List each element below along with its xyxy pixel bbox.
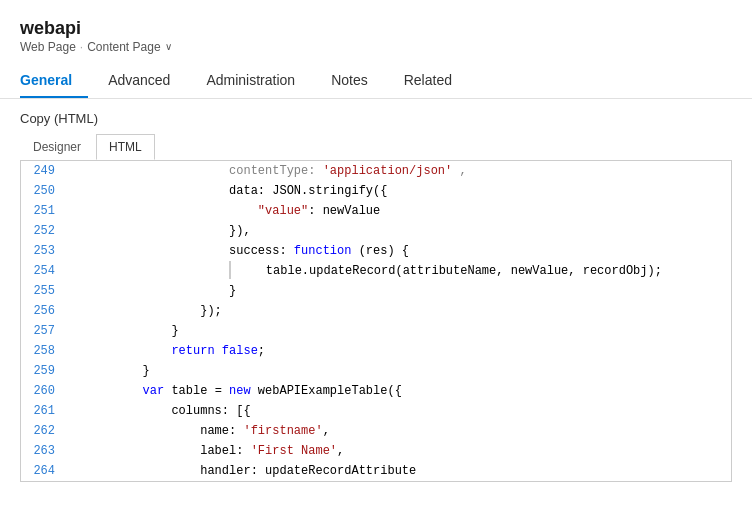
line-number: 251	[21, 201, 65, 221]
line-content: }),	[77, 221, 251, 241]
page-title: webapi	[20, 18, 732, 40]
line-content: data: JSON.stringify({	[77, 181, 387, 201]
code-tabs: Designer HTML	[20, 134, 732, 161]
code-line-252: 252 }),	[21, 221, 731, 241]
line-content: }	[77, 361, 150, 381]
code-line-260: 260 var table = new webAPIExampleTable({	[21, 381, 731, 401]
line-number: 262	[21, 421, 65, 441]
section-title: Copy (HTML)	[20, 111, 732, 126]
line-number: 255	[21, 281, 65, 301]
subtitle-page: Content Page	[87, 40, 160, 54]
tab-administration[interactable]: Administration	[190, 64, 311, 98]
line-content: return false;	[77, 341, 265, 361]
line-number: 261	[21, 401, 65, 421]
line-number: 256	[21, 301, 65, 321]
line-content: }	[77, 281, 236, 301]
line-content: columns: [{	[77, 401, 251, 421]
line-number: 264	[21, 461, 65, 481]
code-line-254: 254 table.updateRecord(attributeName, ne…	[21, 261, 731, 281]
code-line-258: 258 return false;	[21, 341, 731, 361]
page-subtitle: Web Page · Content Page ∨	[20, 40, 732, 54]
code-line-253: 253 success: function (res) {	[21, 241, 731, 261]
line-number: 249	[21, 161, 65, 181]
line-content: success: function (res) {	[77, 241, 409, 261]
line-number: 258	[21, 341, 65, 361]
code-tab-designer[interactable]: Designer	[20, 134, 94, 160]
line-content: "value": newValue	[77, 201, 380, 221]
line-number: 252	[21, 221, 65, 241]
line-number: 257	[21, 321, 65, 341]
line-content: var table = new webAPIExampleTable({	[77, 381, 402, 401]
code-editor: 249 contentType: 'application/json' , 25…	[20, 161, 732, 482]
code-line-251: 251 "value": newValue	[21, 201, 731, 221]
line-content: }	[77, 321, 179, 341]
code-line-262: 262 name: 'firstname',	[21, 421, 731, 441]
code-line-264: 264 handler: updateRecordAttribute	[21, 461, 731, 481]
line-number: 253	[21, 241, 65, 261]
subtitle-type: Web Page	[20, 40, 76, 54]
code-line-263: 263 label: 'First Name',	[21, 441, 731, 461]
code-line-249: 249 contentType: 'application/json' ,	[21, 161, 731, 181]
header: webapi Web Page · Content Page ∨ General…	[0, 0, 752, 99]
line-number: 259	[21, 361, 65, 381]
tab-related[interactable]: Related	[388, 64, 468, 98]
line-content: });	[77, 301, 222, 321]
line-number: 250	[21, 181, 65, 201]
line-number: 254	[21, 261, 65, 281]
line-content: label: 'First Name',	[77, 441, 344, 461]
chevron-down-icon[interactable]: ∨	[165, 41, 172, 52]
subtitle-separator: ·	[80, 40, 83, 54]
code-line-257: 257 }	[21, 321, 731, 341]
line-content: contentType: 'application/json' ,	[77, 161, 467, 181]
content-area: Copy (HTML) Designer HTML 249 contentTyp…	[0, 99, 752, 494]
line-number: 263	[21, 441, 65, 461]
code-line-256: 256 });	[21, 301, 731, 321]
tab-notes[interactable]: Notes	[315, 64, 384, 98]
line-number: 260	[21, 381, 65, 401]
line-content: handler: updateRecordAttribute	[77, 461, 416, 481]
nav-tabs: General Advanced Administration Notes Re…	[20, 64, 732, 98]
code-line-259: 259 }	[21, 361, 731, 381]
tab-general[interactable]: General	[20, 64, 88, 98]
code-line-255: 255 }	[21, 281, 731, 301]
tab-advanced[interactable]: Advanced	[92, 64, 186, 98]
line-content: table.updateRecord(attributeName, newVal…	[77, 261, 662, 281]
code-tab-html[interactable]: HTML	[96, 134, 155, 160]
line-content: name: 'firstname',	[77, 421, 330, 441]
code-line-261: 261 columns: [{	[21, 401, 731, 421]
code-line-250: 250 data: JSON.stringify({	[21, 181, 731, 201]
